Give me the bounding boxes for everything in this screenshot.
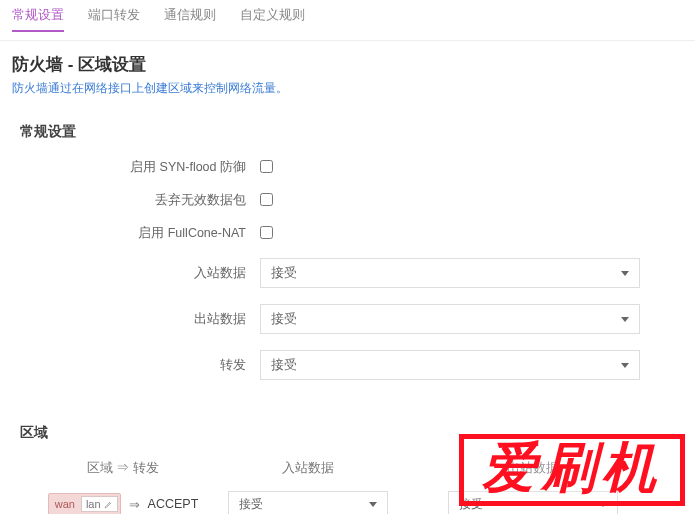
select-forward-value: 接受 [271, 357, 297, 374]
tab-port-forward[interactable]: 端口转发 [88, 6, 140, 32]
checkbox-drop-invalid[interactable] [260, 193, 273, 206]
row-drop-invalid: 丢弃无效数据包 [0, 184, 695, 217]
zone-select-input-value: 接受 [239, 496, 263, 513]
tabs: 常规设置 端口转发 通信规则 自定义规则 [0, 0, 695, 41]
select-output-value: 接受 [271, 311, 297, 328]
zones-head-input: 入站数据 [228, 460, 388, 477]
select-input[interactable]: 接受 [260, 258, 640, 288]
zone-source-tag: wan [51, 498, 79, 510]
checkbox-syn-flood[interactable] [260, 160, 273, 173]
section-general-title: 常规设置 [0, 115, 695, 151]
zones-head-forward: 区域 ⇒ 转发 [18, 460, 228, 477]
tab-custom-rules[interactable]: 自定义规则 [240, 6, 305, 32]
row-input: 入站数据 接受 [0, 250, 695, 296]
label-drop-invalid: 丢弃无效数据包 [0, 192, 260, 209]
tab-traffic-rules[interactable]: 通信规则 [164, 6, 216, 32]
section-zones-title: 区域 [0, 416, 695, 452]
label-syn-flood: 启用 SYN-flood 防御 [0, 159, 260, 176]
zone-select-input[interactable]: 接受 [228, 491, 388, 514]
zone-target-tag: lan [81, 496, 118, 512]
select-input-value: 接受 [271, 265, 297, 282]
select-forward[interactable]: 接受 [260, 350, 640, 380]
zone-badge[interactable]: wan lan [48, 493, 121, 514]
zones-header: 区域 ⇒ 转发 入站数据 出站数据 [18, 452, 677, 487]
zone-dest: ACCEPT [148, 497, 199, 511]
page-title: 防火墙 - 区域设置 [0, 41, 695, 80]
row-fullcone: 启用 FullCone-NAT [0, 217, 695, 250]
zone-select-output-value: 接受 [459, 496, 483, 513]
select-output[interactable]: 接受 [260, 304, 640, 334]
label-fullcone: 启用 FullCone-NAT [0, 225, 260, 242]
label-input: 入站数据 [0, 265, 260, 282]
edit-icon [104, 500, 113, 509]
arrow-icon: ⇒ [129, 497, 140, 512]
row-syn-flood: 启用 SYN-flood 防御 [0, 151, 695, 184]
row-output: 出站数据 接受 [0, 296, 695, 342]
label-forward: 转发 [0, 357, 260, 374]
tab-general[interactable]: 常规设置 [12, 6, 64, 32]
checkbox-fullcone[interactable] [260, 226, 273, 239]
zones-head-output: 出站数据 [388, 460, 677, 477]
zone-select-output[interactable]: 接受 [448, 491, 618, 514]
label-output: 出站数据 [0, 311, 260, 328]
page-description: 防火墙通过在网络接口上创建区域来控制网络流量。 [0, 80, 695, 115]
row-forward: 转发 接受 [0, 342, 695, 388]
zone-row: wan lan ⇒ ACCEPT 接受 接受 [18, 487, 677, 514]
